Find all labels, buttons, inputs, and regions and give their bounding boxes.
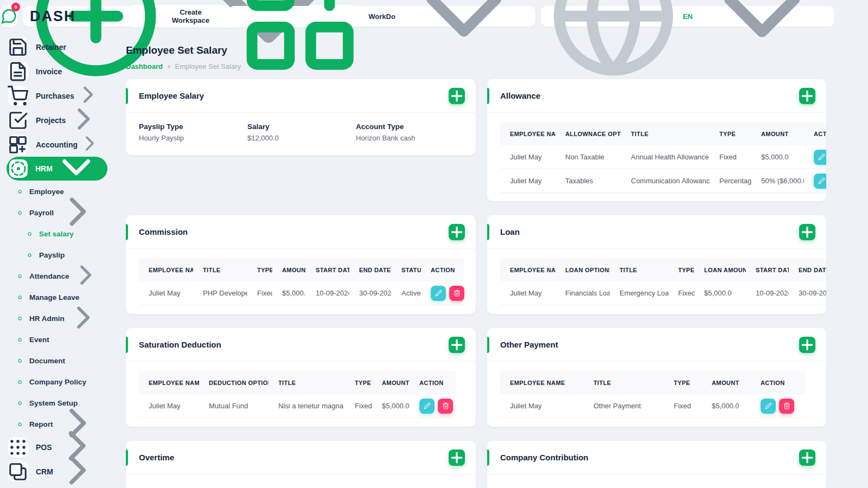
column-header-allownace-option: ALLOWNACE OPTION bbox=[556, 123, 621, 145]
allowance-table-wrap: EMPLOYEE NAMEALLOWNACE OPTIONTITLETYPEAM… bbox=[487, 113, 826, 193]
saturation_deduction-table: EMPLOYEE NAMEDEDUCTION OPTIONTITLETYPEAM… bbox=[139, 371, 456, 418]
other_payment-row: Juliet MayOther PaymentFixed$5,000.0 bbox=[500, 394, 805, 418]
field-account-type: Account TypeHorizon Bank cash bbox=[356, 123, 415, 142]
card-header: Employee Salary bbox=[126, 79, 476, 113]
sidebar-item-label: Attendance bbox=[29, 272, 69, 280]
sidebar-item-event[interactable]: Event bbox=[7, 329, 107, 350]
loan-table: EMPLOYEE NAMELOAN OPTIONSTITLETYPELOAN A… bbox=[500, 259, 826, 305]
action-cell bbox=[804, 169, 826, 193]
add-other-payment-button[interactable] bbox=[799, 337, 815, 353]
card-accent-bar bbox=[126, 224, 128, 240]
commission-card: Commission EMPLOYEE NAMETITLETYPEAMOUNTS… bbox=[126, 215, 476, 314]
add-employee-salary-button[interactable] bbox=[449, 88, 465, 104]
table-cell: Juliet May bbox=[500, 145, 556, 169]
add-overtime-button[interactable] bbox=[449, 450, 465, 466]
sidebar-item-invoice[interactable]: Invoice bbox=[7, 59, 107, 84]
sidebar-item-label: Purchases bbox=[36, 92, 74, 100]
sidebar-item-set-salary[interactable]: Set salary bbox=[7, 223, 107, 245]
edit-button[interactable] bbox=[431, 286, 446, 301]
pencil-icon bbox=[424, 402, 431, 409]
column-header-amount: AMOUNT bbox=[702, 371, 751, 394]
plus-icon bbox=[799, 88, 815, 104]
delete-button[interactable] bbox=[438, 399, 453, 414]
edit-button[interactable] bbox=[419, 399, 435, 414]
messages-button[interactable]: 0 bbox=[0, 5, 17, 27]
sidebar-item-payroll[interactable]: Payroll bbox=[7, 202, 107, 223]
table-cell: Juliet May bbox=[500, 169, 556, 193]
language-code: EN bbox=[683, 12, 693, 21]
card-accent-bar bbox=[126, 337, 128, 353]
add-commission-button[interactable] bbox=[449, 224, 465, 240]
field-value: $12,000.0 bbox=[247, 134, 356, 142]
add-allowance-button[interactable] bbox=[799, 88, 815, 104]
edit-button[interactable] bbox=[761, 399, 776, 414]
sidebar-item-attendance[interactable]: Attendance bbox=[7, 266, 107, 287]
plus-icon bbox=[799, 224, 815, 240]
table-cell: Active bbox=[392, 281, 421, 305]
sidebar-item-label: Set salary bbox=[39, 230, 107, 238]
allowance-card: Allowance EMPLOYEE NAMEALLOWNACE OPTIONT… bbox=[487, 79, 826, 201]
sidebar-item-projects[interactable]: Projects bbox=[7, 108, 107, 132]
other-payment-table-wrap: EMPLOYEE NAMETITLETYPEAMOUNTACTIONJuliet… bbox=[487, 362, 826, 418]
table-cell: Percentage bbox=[710, 169, 751, 193]
overtime-card-title: Overtime bbox=[139, 453, 174, 462]
bullet-icon bbox=[17, 189, 22, 194]
purchases-icon bbox=[8, 86, 28, 106]
table-cell: 10-09-2024 bbox=[746, 281, 789, 305]
breadcrumb-dashboard-link[interactable]: Dashboard bbox=[126, 62, 163, 70]
add-saturation-deduction-button[interactable] bbox=[449, 337, 465, 353]
column-header-loan-amount: LOAN AMOUNT bbox=[694, 259, 746, 281]
sidebar-item-retainer[interactable]: Retainer bbox=[7, 35, 107, 59]
language-button[interactable]: EN bbox=[541, 6, 834, 27]
card-header: Commission bbox=[126, 215, 476, 249]
saturation-deduction-table-wrap: EMPLOYEE NAMEDEDUCTION OPTIONTITLETYPEAM… bbox=[126, 362, 476, 418]
sidebar-item-label: CRM bbox=[36, 467, 53, 476]
table-cell: 30-09-2024 bbox=[349, 281, 392, 305]
sidebar-item-document[interactable]: Document bbox=[7, 350, 107, 371]
column-header-start-date: START DATE bbox=[746, 259, 789, 281]
action-cell bbox=[804, 145, 826, 169]
table-cell: Taxables bbox=[556, 169, 621, 193]
table-cell: Nisi a tenetur magna bbox=[269, 394, 345, 418]
bullet-icon bbox=[17, 380, 22, 384]
topbar: DASH WorkDo 0 Create Workspace WorkDo bbox=[0, 0, 868, 33]
column-header-title: TITLE bbox=[610, 259, 668, 281]
workdo-menu-button[interactable]: WorkDo bbox=[228, 6, 535, 27]
edit-button[interactable] bbox=[814, 150, 826, 165]
pencil-icon bbox=[435, 290, 442, 297]
column-header-amount: AMOUNT bbox=[751, 123, 804, 145]
employee-salary-card-title: Employee Salary bbox=[139, 91, 204, 100]
card-accent-bar bbox=[126, 88, 128, 104]
table-cell: $5,000.0 bbox=[694, 281, 746, 305]
breadcrumb-current: Employee Set Salary bbox=[175, 62, 241, 70]
delete-button[interactable] bbox=[449, 286, 464, 301]
add-loan-button[interactable] bbox=[799, 224, 815, 240]
sidebar-item-hrm[interactable]: HRM bbox=[7, 157, 107, 181]
sidebar-item-crm[interactable]: CRM bbox=[7, 459, 107, 484]
table-cell: Emergency Loan bbox=[610, 281, 668, 305]
edit-button[interactable] bbox=[814, 174, 826, 189]
delete-button[interactable] bbox=[779, 399, 794, 414]
column-header-employee-name: EMPLOYEE NAME bbox=[139, 371, 199, 394]
invoice-icon bbox=[8, 61, 28, 82]
card-header: Allowance bbox=[487, 79, 826, 113]
sidebar-item-label: HR Admin bbox=[29, 314, 65, 323]
add-company-contribution-button[interactable] bbox=[799, 450, 815, 466]
sidebar-item-company-policy[interactable]: Company Policy bbox=[7, 371, 107, 393]
column-header-action: ACTION bbox=[751, 371, 805, 394]
column-header-title: TITLE bbox=[621, 123, 710, 145]
column-header-title: TITLE bbox=[584, 371, 664, 394]
column-header-amount: AMOUNT bbox=[372, 371, 410, 394]
pos-icon bbox=[8, 437, 28, 458]
column-header-end-date: END DATE bbox=[789, 259, 826, 281]
plus-icon bbox=[799, 337, 815, 353]
loan-card-title: Loan bbox=[500, 227, 520, 236]
sidebar-item-label: HRM bbox=[35, 164, 53, 173]
column-header-start-date: START DATE bbox=[306, 259, 349, 281]
app-logo[interactable]: DASH bbox=[30, 8, 76, 25]
sidebar-item-label: Retainer bbox=[36, 43, 107, 52]
saturation-deduction-card: Saturation Deduction EMPLOYEE NAMEDEDUCT… bbox=[126, 328, 476, 427]
sidebar-item-hr-admin[interactable]: HR Admin bbox=[7, 308, 107, 329]
column-header-employee-name: EMPLOYEE NAME bbox=[500, 259, 556, 281]
table-cell: Juliet May bbox=[500, 281, 556, 305]
